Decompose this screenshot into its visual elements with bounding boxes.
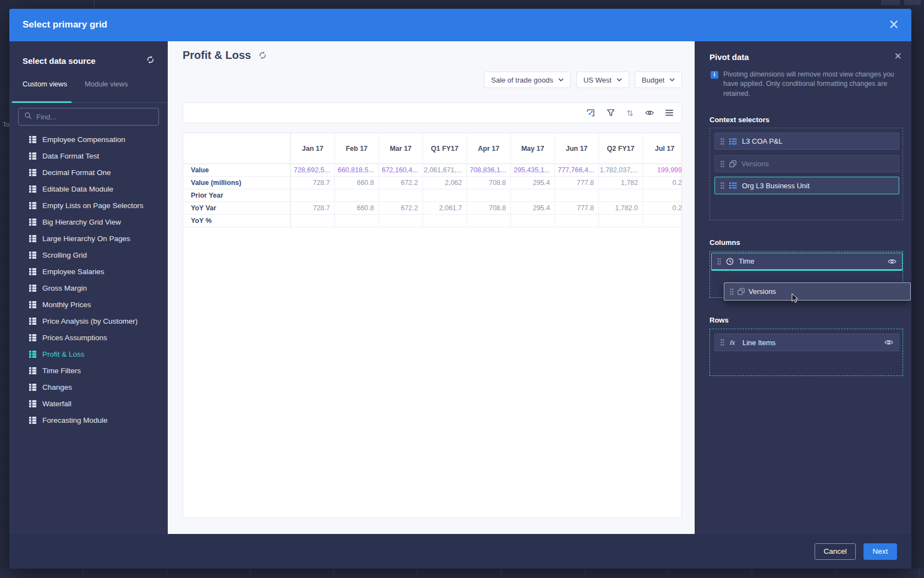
selector-value: Sale of trade goods bbox=[491, 76, 553, 84]
sidebar-item-empty-lists-on-page-selectors[interactable]: Empty Lists on Page Selectors bbox=[9, 197, 168, 214]
chip-label: Versions bbox=[741, 160, 769, 168]
dimension-chip-l3-coa-p-l[interactable]: L3 COA P&L bbox=[714, 133, 899, 150]
table-cell: 777.8 bbox=[555, 177, 599, 189]
dimension-chip-line-items[interactable]: fxLine Items bbox=[714, 334, 899, 351]
sidebar-item-label: Changes bbox=[42, 383, 72, 391]
search-input[interactable] bbox=[36, 113, 153, 121]
grid-icon bbox=[29, 351, 36, 358]
versions-icon bbox=[729, 160, 736, 167]
search-box[interactable] bbox=[18, 108, 159, 126]
eye-icon[interactable] bbox=[645, 110, 654, 116]
table-cell: 2,061,671,... bbox=[423, 164, 467, 177]
grid-icon bbox=[29, 334, 36, 341]
chip-label: Versions bbox=[749, 287, 776, 296]
background-toolbar-fragment bbox=[904, 0, 921, 5]
drag-handle-icon[interactable] bbox=[721, 339, 724, 346]
context-selectors-dropzone[interactable]: L3 COA P&LVersionsOrg L3 Business Unit bbox=[710, 128, 903, 220]
sidebar-item-data-format-test[interactable]: Data Format Test bbox=[9, 148, 168, 164]
grid-icon bbox=[29, 318, 36, 325]
close-icon[interactable]: × bbox=[888, 17, 899, 32]
selector-value: Budget bbox=[642, 76, 664, 84]
refresh-icon[interactable] bbox=[146, 56, 155, 66]
tab-module-views[interactable]: Module views bbox=[85, 80, 128, 92]
sidebar-item-monthly-prices[interactable]: Monthly Prices bbox=[9, 296, 168, 313]
table-cell bbox=[335, 215, 379, 227]
dragged-dimension-chip-versions[interactable]: Versions bbox=[724, 282, 911, 301]
sidebar-item-price-analysis-by-customer-[interactable]: Price Analysis (by Customer) bbox=[9, 313, 168, 329]
chevron-down-icon bbox=[617, 78, 622, 81]
drag-handle-icon[interactable] bbox=[721, 161, 724, 167]
sidebar-item-label: Time Filters bbox=[42, 367, 81, 375]
rows-dropzone[interactable]: fxLine Items bbox=[710, 329, 903, 376]
table-cell bbox=[643, 215, 682, 227]
versions-icon bbox=[738, 288, 745, 295]
table-cell: 672.2 bbox=[379, 177, 423, 189]
eye-icon[interactable] bbox=[888, 258, 897, 265]
sidebar-item-employee-compensation[interactable]: Employee Compensation bbox=[9, 131, 168, 148]
table-cell: 672,160,4... bbox=[379, 164, 423, 177]
table-cell: 728.7 bbox=[291, 177, 335, 189]
drag-handle-icon[interactable] bbox=[721, 138, 724, 145]
filter-icon[interactable] bbox=[607, 109, 615, 117]
sidebar-item-label: Forecasting Module bbox=[42, 416, 108, 424]
table-cell bbox=[291, 215, 335, 227]
sidebar-item-gross-margin[interactable]: Gross Margin bbox=[9, 280, 168, 296]
sidebar-item-forecasting-module[interactable]: Forecasting Module bbox=[9, 412, 168, 428]
grid-icon bbox=[29, 186, 36, 193]
grid-icon bbox=[29, 301, 36, 308]
pivot-panel-title: Pivot data bbox=[710, 52, 749, 62]
dimension-chip-versions[interactable]: Versions bbox=[714, 155, 899, 172]
sidebar-item-scrolling-grid[interactable]: Scrolling Grid bbox=[9, 247, 168, 263]
sidebar-item-employee-salaries[interactable]: Employee Salaries bbox=[9, 263, 168, 280]
table-cell bbox=[335, 189, 379, 202]
table-cell: 0.2 bbox=[643, 177, 682, 189]
sidebar-item-large-hierarchy-on-pages[interactable]: Large Hierarchy On Pages bbox=[9, 230, 168, 247]
sidebar-item-waterfall[interactable]: Waterfall bbox=[9, 395, 168, 412]
chevron-down-icon bbox=[558, 78, 564, 81]
grid-icon bbox=[29, 202, 36, 209]
sidebar-item-label: Waterfall bbox=[42, 400, 72, 408]
list-icon bbox=[729, 138, 737, 145]
sidebar-item-changes[interactable]: Changes bbox=[9, 379, 168, 395]
column-header: Q1 FY17 bbox=[423, 133, 467, 164]
data-source-list: Employee CompensationData Format TestDec… bbox=[9, 131, 168, 428]
cancel-button[interactable]: Cancel bbox=[815, 543, 856, 560]
page-selector-us-west[interactable]: US West bbox=[576, 72, 629, 88]
background-text-fragment: To bbox=[3, 121, 9, 128]
eye-icon[interactable] bbox=[884, 339, 893, 346]
table-cell: 672.2 bbox=[379, 202, 423, 215]
sidebar-item-time-filters[interactable]: Time Filters bbox=[9, 362, 168, 379]
sidebar-item-profit-loss[interactable]: Profit & Loss bbox=[9, 346, 168, 362]
sidebar-item-big-hierarchy-grid-view[interactable]: Big Hierarchy Grid View bbox=[9, 214, 168, 230]
table-cell: 660.8 bbox=[335, 177, 379, 189]
drag-handle-icon[interactable] bbox=[717, 258, 721, 265]
table-cell: 660.8 bbox=[335, 202, 379, 215]
close-icon[interactable]: × bbox=[894, 49, 901, 63]
table-cell bbox=[511, 215, 555, 227]
table-cell: 295,435,1... bbox=[511, 164, 555, 177]
drag-handle-icon[interactable] bbox=[721, 182, 724, 189]
data-source-sidebar: Select data source Custom viewsModule vi… bbox=[9, 41, 168, 534]
sidebar-item-prices-assumptions[interactable]: Prices Assumptions bbox=[9, 329, 168, 346]
table-cell: 1,782.0 bbox=[599, 202, 643, 215]
pivot-icon[interactable] bbox=[586, 108, 595, 117]
table-cell: 2,062 bbox=[423, 177, 467, 189]
sort-icon[interactable] bbox=[626, 109, 634, 117]
tab-custom-views[interactable]: Custom views bbox=[23, 80, 67, 92]
dimension-chip-org-l3-business-unit[interactable]: Org L3 Business Unit bbox=[714, 177, 899, 194]
background-grid-rows bbox=[0, 88, 9, 569]
next-button[interactable]: Next bbox=[864, 543, 897, 560]
grid-icon bbox=[29, 152, 36, 160]
dimension-chip-time[interactable]: Time bbox=[711, 253, 903, 271]
modal-footer: Cancel Next bbox=[9, 534, 911, 569]
selector-value: US West bbox=[584, 76, 612, 84]
sidebar-item-editable-data-module[interactable]: Editable Data Module bbox=[9, 181, 168, 197]
table-cell bbox=[379, 189, 423, 202]
page-selector-sale-of-trade-goods[interactable]: Sale of trade goods bbox=[484, 72, 571, 88]
refresh-icon[interactable] bbox=[258, 51, 267, 59]
page-selector-budget[interactable]: Budget bbox=[635, 72, 682, 88]
menu-icon[interactable] bbox=[666, 110, 673, 116]
table-cell bbox=[467, 189, 511, 202]
table-cell: 2,061.7 bbox=[423, 202, 467, 215]
sidebar-item-decimal-format-one[interactable]: Decimal Format One bbox=[9, 164, 168, 181]
